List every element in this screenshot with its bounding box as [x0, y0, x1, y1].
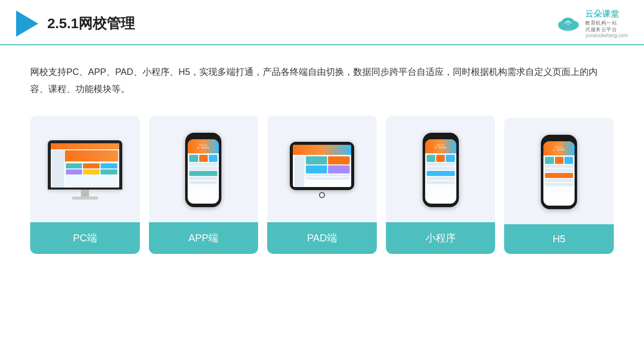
card-pad: PAD端 — [267, 116, 377, 254]
brand-logo: 云朵课堂 教育机构一站式服务云平台 yunduoketang.com — [555, 9, 628, 38]
card-pc-image — [30, 116, 140, 216]
brand-slogan: 教育机构一站式服务云平台 — [585, 20, 617, 33]
logo-triangle-icon — [16, 11, 38, 37]
card-pad-label: PAD端 — [267, 222, 377, 254]
svg-point-3 — [561, 18, 575, 29]
card-pad-image — [267, 116, 377, 216]
card-app: 职达人的第一堂刷课程 — [149, 116, 259, 254]
brand-url: yunduoketang.com — [585, 33, 628, 38]
card-miniapp-image: 职达人的第一堂刷课程 — [386, 116, 496, 216]
description-text: 网校支持PC、APP、PAD、小程序、H5，实现多端打通，产品各终端自由切换，数… — [30, 63, 614, 98]
card-app-image: 职达人的第一堂刷课程 — [149, 116, 259, 216]
monitor-mockup — [48, 140, 122, 200]
main-content: 网校支持PC、APP、PAD、小程序、H5，实现多端打通，产品各终端自由切换，数… — [0, 45, 644, 269]
phone-mockup-h5: 职达人的第一堂刷课程 — [541, 135, 577, 209]
card-miniapp-label: 小程序 — [386, 222, 496, 254]
header-right: 云朵课堂 教育机构一站式服务云平台 yunduoketang.com — [555, 9, 628, 38]
cloud-icon — [555, 15, 581, 33]
card-pc: PC端 — [30, 116, 140, 254]
page-header: 2.5.1网校管理 云朵课堂 教育机构一站式服务云平台 yunduoketang… — [0, 0, 644, 45]
card-h5: 职达人的第一堂刷课程 — [504, 118, 614, 254]
card-h5-image: 职达人的第一堂刷课程 — [504, 118, 614, 218]
svg-point-4 — [568, 24, 569, 25]
header-left: 2.5.1网校管理 — [16, 11, 135, 37]
card-miniapp: 职达人的第一堂刷课程 — [386, 116, 496, 254]
brand-name: 云朵课堂 — [585, 9, 619, 20]
card-app-label: APP端 — [149, 222, 259, 254]
phone-mockup-miniapp: 职达人的第一堂刷课程 — [423, 133, 459, 207]
card-h5-label: H5 — [504, 224, 614, 254]
brand-text: 云朵课堂 教育机构一站式服务云平台 yunduoketang.com — [585, 9, 628, 38]
tablet-mockup — [290, 142, 354, 198]
phone-mockup-app: 职达人的第一堂刷课程 — [185, 133, 221, 207]
card-pc-label: PC端 — [30, 222, 140, 254]
platform-cards: PC端 职达人的第一堂刷课程 — [30, 116, 614, 254]
page-title: 2.5.1网校管理 — [47, 14, 135, 33]
